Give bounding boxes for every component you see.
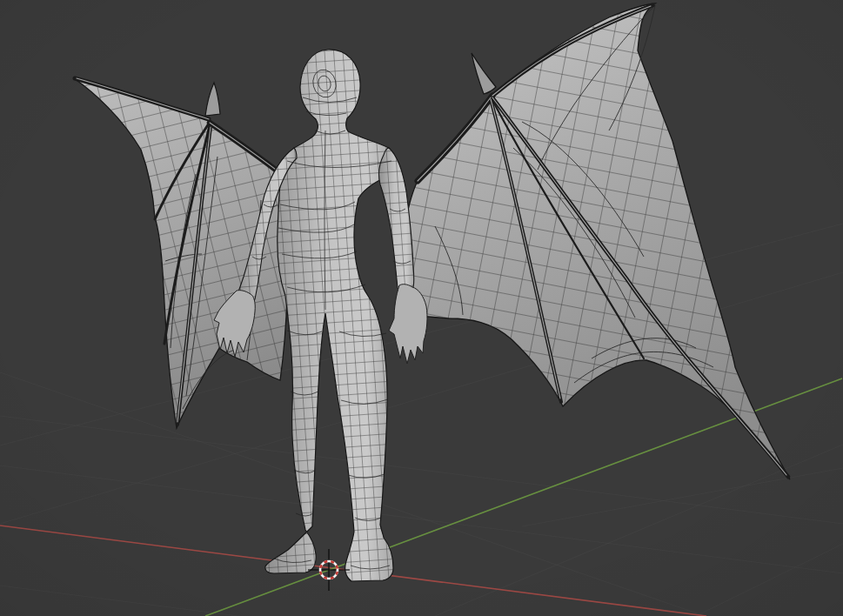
- 3d-viewport[interactable]: [0, 0, 843, 616]
- viewport-canvas: [0, 0, 843, 616]
- viewport-vignette: [0, 0, 843, 616]
